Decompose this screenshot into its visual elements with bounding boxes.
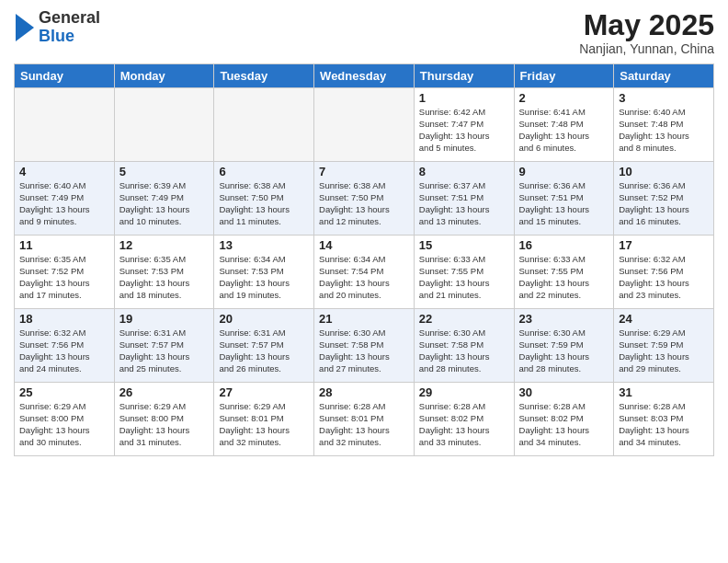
day-info: Sunrise: 6:32 AM Sunset: 7:56 PM Dayligh… bbox=[619, 254, 709, 301]
calendar-cell: 10Sunrise: 6:36 AM Sunset: 7:52 PM Dayli… bbox=[614, 162, 714, 236]
calendar-cell: 24Sunrise: 6:29 AM Sunset: 7:59 PM Dayli… bbox=[614, 309, 714, 383]
day-number: 18 bbox=[19, 312, 109, 326]
day-info: Sunrise: 6:35 AM Sunset: 7:52 PM Dayligh… bbox=[19, 254, 109, 301]
day-info: Sunrise: 6:40 AM Sunset: 7:48 PM Dayligh… bbox=[619, 107, 709, 154]
day-number: 6 bbox=[219, 165, 309, 178]
day-info: Sunrise: 6:34 AM Sunset: 7:53 PM Dayligh… bbox=[219, 254, 309, 301]
calendar-cell: 3Sunrise: 6:40 AM Sunset: 7:48 PM Daylig… bbox=[614, 88, 714, 162]
calendar-cell: 17Sunrise: 6:32 AM Sunset: 7:56 PM Dayli… bbox=[614, 236, 714, 309]
day-number: 15 bbox=[419, 238, 509, 252]
calendar-cell: 8Sunrise: 6:37 AM Sunset: 7:51 PM Daylig… bbox=[414, 162, 514, 236]
day-info: Sunrise: 6:32 AM Sunset: 7:56 PM Dayligh… bbox=[19, 327, 109, 374]
day-number: 21 bbox=[319, 312, 409, 326]
calendar-week-row: 25Sunrise: 6:29 AM Sunset: 8:00 PM Dayli… bbox=[15, 383, 714, 456]
calendar-week-row: 11Sunrise: 6:35 AM Sunset: 7:52 PM Dayli… bbox=[15, 236, 714, 309]
calendar-header-tuesday: Tuesday bbox=[214, 64, 314, 88]
day-number: 31 bbox=[619, 385, 709, 399]
day-number: 19 bbox=[119, 312, 210, 326]
day-number: 27 bbox=[219, 385, 309, 399]
calendar-cell: 27Sunrise: 6:29 AM Sunset: 8:01 PM Dayli… bbox=[214, 383, 314, 456]
calendar-cell bbox=[314, 88, 415, 162]
day-info: Sunrise: 6:30 AM Sunset: 7:58 PM Dayligh… bbox=[419, 327, 509, 374]
day-info: Sunrise: 6:28 AM Sunset: 8:03 PM Dayligh… bbox=[619, 401, 709, 448]
day-info: Sunrise: 6:33 AM Sunset: 7:55 PM Dayligh… bbox=[519, 254, 609, 301]
svg-marker-0 bbox=[16, 14, 34, 41]
day-number: 3 bbox=[619, 91, 709, 105]
day-number: 10 bbox=[619, 165, 709, 178]
day-info: Sunrise: 6:37 AM Sunset: 7:51 PM Dayligh… bbox=[419, 180, 509, 227]
calendar-cell bbox=[15, 88, 115, 162]
calendar-cell: 4Sunrise: 6:40 AM Sunset: 7:49 PM Daylig… bbox=[15, 162, 115, 236]
calendar-cell: 5Sunrise: 6:39 AM Sunset: 7:49 PM Daylig… bbox=[114, 162, 214, 236]
day-number: 13 bbox=[219, 238, 309, 252]
day-info: Sunrise: 6:39 AM Sunset: 7:49 PM Dayligh… bbox=[119, 180, 210, 227]
calendar-cell: 22Sunrise: 6:30 AM Sunset: 7:58 PM Dayli… bbox=[414, 309, 514, 383]
day-info: Sunrise: 6:35 AM Sunset: 7:53 PM Dayligh… bbox=[119, 254, 210, 301]
day-number: 22 bbox=[419, 312, 509, 326]
calendar-header-saturday: Saturday bbox=[614, 64, 714, 88]
day-number: 25 bbox=[19, 385, 109, 399]
month-year: May 2025 bbox=[579, 9, 714, 41]
day-info: Sunrise: 6:38 AM Sunset: 7:50 PM Dayligh… bbox=[319, 180, 409, 227]
day-number: 17 bbox=[619, 238, 709, 252]
calendar-header-monday: Monday bbox=[114, 64, 214, 88]
day-number: 5 bbox=[119, 165, 210, 178]
day-info: Sunrise: 6:38 AM Sunset: 7:50 PM Dayligh… bbox=[219, 180, 309, 227]
day-number: 4 bbox=[19, 165, 109, 178]
day-info: Sunrise: 6:42 AM Sunset: 7:47 PM Dayligh… bbox=[419, 107, 509, 154]
calendar-cell: 13Sunrise: 6:34 AM Sunset: 7:53 PM Dayli… bbox=[214, 236, 314, 309]
day-number: 11 bbox=[19, 238, 109, 252]
day-info: Sunrise: 6:29 AM Sunset: 8:00 PM Dayligh… bbox=[19, 401, 109, 448]
day-number: 2 bbox=[519, 91, 609, 105]
day-number: 9 bbox=[519, 165, 609, 178]
calendar-cell: 20Sunrise: 6:31 AM Sunset: 7:57 PM Dayli… bbox=[214, 309, 314, 383]
calendar-cell: 12Sunrise: 6:35 AM Sunset: 7:53 PM Dayli… bbox=[114, 236, 214, 309]
calendar-cell: 11Sunrise: 6:35 AM Sunset: 7:52 PM Dayli… bbox=[15, 236, 115, 309]
calendar-cell: 21Sunrise: 6:30 AM Sunset: 7:58 PM Dayli… bbox=[314, 309, 415, 383]
calendar-header-thursday: Thursday bbox=[414, 64, 514, 88]
calendar-header-sunday: Sunday bbox=[15, 64, 115, 88]
day-info: Sunrise: 6:29 AM Sunset: 8:00 PM Dayligh… bbox=[119, 401, 210, 448]
day-info: Sunrise: 6:28 AM Sunset: 8:02 PM Dayligh… bbox=[419, 401, 509, 448]
logo: General Blue bbox=[14, 9, 100, 46]
logo-text: General Blue bbox=[39, 9, 100, 46]
day-info: Sunrise: 6:28 AM Sunset: 8:01 PM Dayligh… bbox=[319, 401, 409, 448]
day-number: 26 bbox=[119, 385, 210, 399]
calendar-week-row: 18Sunrise: 6:32 AM Sunset: 7:56 PM Dayli… bbox=[15, 309, 714, 383]
day-number: 28 bbox=[319, 385, 409, 399]
calendar-cell: 25Sunrise: 6:29 AM Sunset: 8:00 PM Dayli… bbox=[15, 383, 115, 456]
calendar-cell: 26Sunrise: 6:29 AM Sunset: 8:00 PM Dayli… bbox=[114, 383, 214, 456]
calendar-cell: 15Sunrise: 6:33 AM Sunset: 7:55 PM Dayli… bbox=[414, 236, 514, 309]
day-info: Sunrise: 6:30 AM Sunset: 7:58 PM Dayligh… bbox=[319, 327, 409, 374]
title-section: May 2025 Nanjian, Yunnan, China bbox=[579, 9, 714, 56]
calendar-cell: 28Sunrise: 6:28 AM Sunset: 8:01 PM Dayli… bbox=[314, 383, 415, 456]
day-number: 16 bbox=[519, 238, 609, 252]
calendar-header-wednesday: Wednesday bbox=[314, 64, 415, 88]
day-info: Sunrise: 6:34 AM Sunset: 7:54 PM Dayligh… bbox=[319, 254, 409, 301]
location: Nanjian, Yunnan, China bbox=[579, 41, 714, 56]
calendar-header-row: SundayMondayTuesdayWednesdayThursdayFrid… bbox=[15, 64, 714, 88]
day-info: Sunrise: 6:29 AM Sunset: 8:01 PM Dayligh… bbox=[219, 401, 309, 448]
logo-icon bbox=[16, 14, 34, 41]
calendar-cell: 30Sunrise: 6:28 AM Sunset: 8:02 PM Dayli… bbox=[514, 383, 614, 456]
calendar-cell bbox=[214, 88, 314, 162]
day-number: 8 bbox=[419, 165, 509, 178]
calendar-cell: 16Sunrise: 6:33 AM Sunset: 7:55 PM Dayli… bbox=[514, 236, 614, 309]
day-info: Sunrise: 6:30 AM Sunset: 7:59 PM Dayligh… bbox=[519, 327, 609, 374]
day-info: Sunrise: 6:31 AM Sunset: 7:57 PM Dayligh… bbox=[219, 327, 309, 374]
day-info: Sunrise: 6:31 AM Sunset: 7:57 PM Dayligh… bbox=[119, 327, 210, 374]
day-number: 29 bbox=[419, 385, 509, 399]
day-info: Sunrise: 6:36 AM Sunset: 7:51 PM Dayligh… bbox=[519, 180, 609, 227]
calendar-cell: 9Sunrise: 6:36 AM Sunset: 7:51 PM Daylig… bbox=[514, 162, 614, 236]
day-info: Sunrise: 6:29 AM Sunset: 7:59 PM Dayligh… bbox=[619, 327, 709, 374]
day-number: 23 bbox=[519, 312, 609, 326]
day-number: 24 bbox=[619, 312, 709, 326]
day-number: 1 bbox=[419, 91, 509, 105]
day-info: Sunrise: 6:36 AM Sunset: 7:52 PM Dayligh… bbox=[619, 180, 709, 227]
calendar-week-row: 4Sunrise: 6:40 AM Sunset: 7:49 PM Daylig… bbox=[15, 162, 714, 236]
header: General Blue May 2025 Nanjian, Yunnan, C… bbox=[14, 9, 714, 56]
day-number: 20 bbox=[219, 312, 309, 326]
day-number: 12 bbox=[119, 238, 210, 252]
calendar-cell: 31Sunrise: 6:28 AM Sunset: 8:03 PM Dayli… bbox=[614, 383, 714, 456]
calendar-table: SundayMondayTuesdayWednesdayThursdayFrid… bbox=[14, 63, 714, 456]
